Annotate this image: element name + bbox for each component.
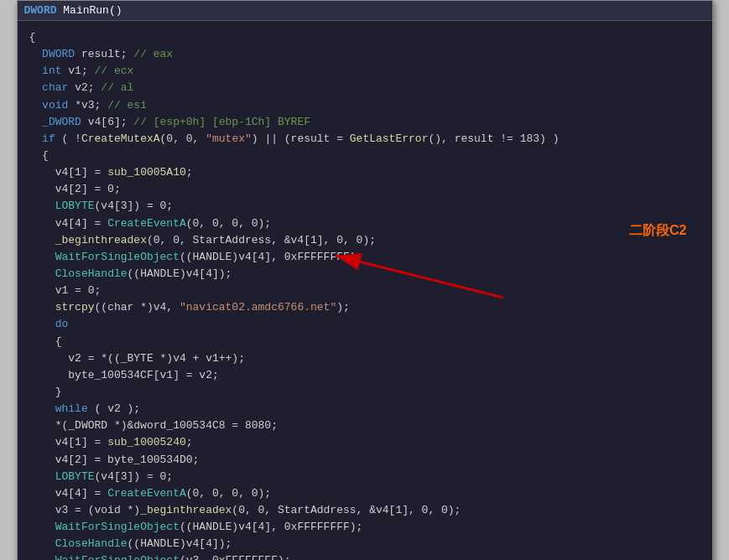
code-line: v4[4] = CreateEventA(0, 0, 0, 0); <box>29 485 700 502</box>
code-line: v4[2] = byte_100534D0; <box>29 452 700 469</box>
code-line: void *v3; // esi <box>29 97 700 114</box>
code-line: LOBYTE(v4[3]) = 0; <box>29 198 700 215</box>
code-line: strcpy((char *)v4, "navicat02.amdc6766.n… <box>29 299 700 316</box>
code-area: { DWORD result; // eax int v1; // ecx ch… <box>18 21 712 560</box>
title-bar: DWORD MainRun() <box>18 1 712 21</box>
code-line: byte_100534CF[v1] = v2; <box>29 367 700 384</box>
code-line: { <box>29 29 700 46</box>
code-line: int v1; // ecx <box>29 63 700 80</box>
code-line: WaitForSingleObject(v3, 0xFFFFFFFF); <box>29 552 700 560</box>
code-line: v2 = *((_BYTE *)v4 + v1++); <box>29 350 700 367</box>
code-lines: { DWORD result; // eax int v1; // ecx ch… <box>29 29 700 560</box>
code-line: if ( !CreateMutexA(0, 0, "mutex") || (re… <box>29 131 700 148</box>
code-line: { <box>29 148 700 164</box>
code-line: v4[1] = sub_10005240; <box>29 434 700 451</box>
code-line: *(_DWORD *)&dword_100534C8 = 8080; <box>29 417 700 434</box>
code-line: v4[4] = CreateEventA(0, 0, 0, 0); <box>29 215 700 232</box>
code-line: WaitForSingleObject((HANDLE)v4[4], 0xFFF… <box>29 249 700 266</box>
code-line: v4[2] = 0; <box>29 181 700 198</box>
title-bar-text: DWORD MainRun() <box>24 4 122 17</box>
code-line: while ( v2 ); <box>29 401 700 417</box>
code-line: CloseHandle((HANDLE)v4[4]); <box>29 536 700 552</box>
main-window: DWORD MainRun() { DWORD result; // eax i… <box>17 0 713 560</box>
code-line: _beginthreadex(0, 0, StartAddress, &v4[1… <box>29 232 700 249</box>
code-line: v4[1] = sub_10005A10; <box>29 164 700 181</box>
stage-label: 二阶段C2 <box>629 220 686 241</box>
code-line: v1 = 0; <box>29 283 700 299</box>
code-line: v3 = (void *)_beginthreadex(0, 0, StartA… <box>29 502 700 519</box>
code-line: DWORD result; // eax <box>29 46 700 63</box>
code-line: char v2; // al <box>29 80 700 96</box>
code-line: { <box>29 334 700 350</box>
code-line: CloseHandle((HANDLE)v4[4]); <box>29 266 700 283</box>
title-func: MainRun() <box>57 4 122 17</box>
code-line: } <box>29 384 700 401</box>
code-line: do <box>29 316 700 333</box>
code-line: _DWORD v4[6]; // [esp+0h] [ebp-1Ch] BYRE… <box>29 114 700 131</box>
code-line: LOBYTE(v4[3]) = 0; <box>29 469 700 485</box>
title-dword: DWORD <box>24 4 57 17</box>
code-line: WaitForSingleObject((HANDLE)v4[4], 0xFFF… <box>29 519 700 536</box>
